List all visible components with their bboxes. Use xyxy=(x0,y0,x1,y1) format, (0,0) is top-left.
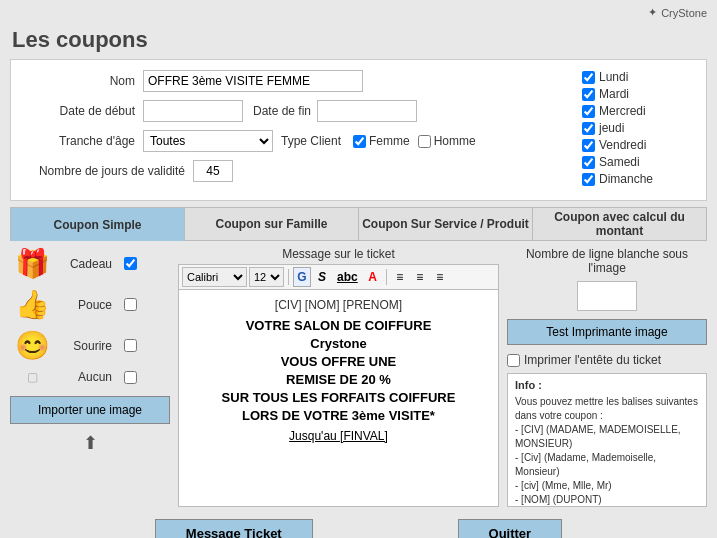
jeudi-label: jeudi xyxy=(599,121,624,135)
test-imprimante-btn[interactable]: Test Imprimante image xyxy=(507,319,707,345)
cadeau-row: 🎁 Cadeau xyxy=(10,247,170,280)
lundi-label: Lundi xyxy=(599,70,628,84)
aucun-label: Aucun xyxy=(62,370,112,384)
font-family-select[interactable]: Calibri xyxy=(182,267,247,287)
vendredi-day[interactable]: Vendredi xyxy=(582,138,692,152)
type-client-label: Type Client xyxy=(281,134,341,148)
right-panel: Nombre de ligne blanche sous l'image Tes… xyxy=(507,247,707,507)
toolbar-sep-2 xyxy=(386,269,387,285)
left-panel: 🎁 Cadeau 👍 Pouce 😊 Sourire ▢ Aucun Impor… xyxy=(10,247,170,507)
nom-row: Nom xyxy=(25,70,572,92)
imprimer-row[interactable]: Imprimer l'entête du ticket xyxy=(507,353,707,367)
pouce-checkbox[interactable] xyxy=(124,298,137,311)
date-fin-input[interactable] xyxy=(317,100,417,122)
homme-label: Homme xyxy=(434,134,476,148)
brand-label: ✦ CryStone xyxy=(648,6,707,19)
toolbar-sep-1 xyxy=(288,269,289,285)
form-left: Nom Date de début Date de fin Tranche d'… xyxy=(25,70,572,190)
mercredi-day[interactable]: Mercredi xyxy=(582,104,692,118)
pouce-label: Pouce xyxy=(62,298,112,312)
bottom-bar: Message Ticket Quitter xyxy=(0,513,717,538)
align-right-btn[interactable]: ≡ xyxy=(431,267,449,287)
femme-checkbox-label[interactable]: Femme xyxy=(353,134,410,148)
form-right: Lundi Mardi Mercredi jeudi Vendredi Same… xyxy=(572,70,692,190)
nb-jours-label: Nombre de jours de validité xyxy=(25,164,185,178)
import-btn[interactable]: Importer une image xyxy=(10,396,170,424)
editor-line4: VOUS OFFRE UNE xyxy=(189,354,488,369)
editor-line7: LORS DE VOTRE 3ème VISITE* xyxy=(189,408,488,423)
info-text: Vous pouvez mettre les balises suivantes… xyxy=(515,395,699,507)
imprimer-label: Imprimer l'entête du ticket xyxy=(524,353,661,367)
homme-checkbox-label[interactable]: Homme xyxy=(418,134,476,148)
date-row: Date de début Date de fin xyxy=(25,100,572,122)
pouce-row: 👍 Pouce xyxy=(10,288,170,321)
form-box: Nom Date de début Date de fin Tranche d'… xyxy=(10,59,707,201)
cadeau-label: Cadeau xyxy=(62,257,112,271)
ligne-blanche-label: Nombre de ligne blanche sous l'image xyxy=(507,247,707,275)
jeudi-day[interactable]: jeudi xyxy=(582,121,692,135)
date-debut-input[interactable] xyxy=(143,100,243,122)
tabs-row: Coupon Simple Coupon sur Famille Coupon … xyxy=(10,207,707,241)
italic-btn[interactable]: S xyxy=(313,267,331,287)
tab-simple[interactable]: Coupon Simple xyxy=(10,207,185,241)
sourire-label: Sourire xyxy=(62,339,112,353)
type-client-section: Type Client Femme Homme xyxy=(281,134,476,148)
tab-service[interactable]: Coupon Sur Service / Produit xyxy=(359,207,533,241)
page-title: Les coupons xyxy=(0,23,717,59)
tab-famille[interactable]: Coupon sur Famille xyxy=(185,207,359,241)
cadeau-icon: 🎁 xyxy=(10,247,54,280)
nb-jours-input[interactable] xyxy=(193,160,233,182)
sourire-checkbox[interactable] xyxy=(124,339,137,352)
editor-content: [CIV] [NOM] [PRENOM] VOTRE SALON DE COIF… xyxy=(189,298,488,443)
tranche-age-row: Tranche d'âge Toutes Type Client Femme H… xyxy=(25,130,572,152)
aucun-checkbox[interactable] xyxy=(124,371,137,384)
nom-input[interactable] xyxy=(143,70,363,92)
tab-calcul[interactable]: Coupon avec calcul du montant xyxy=(533,207,707,241)
message-ticket-label: Message sur le ticket xyxy=(178,247,499,261)
align-center-btn[interactable]: ≡ xyxy=(411,267,429,287)
ligne-blanche-box xyxy=(577,281,637,311)
tranche-age-label: Tranche d'âge xyxy=(25,134,135,148)
editor-line2: VOTRE SALON DE COIFFURE xyxy=(189,318,488,333)
underline-btn[interactable]: abc xyxy=(333,267,362,287)
editor-line3: Crystone xyxy=(189,336,488,351)
content-area: 🎁 Cadeau 👍 Pouce 😊 Sourire ▢ Aucun Impor… xyxy=(10,247,707,507)
dimanche-day[interactable]: Dimanche xyxy=(582,172,692,186)
samedi-label: Samedi xyxy=(599,155,640,169)
quitter-btn[interactable]: Quitter xyxy=(458,519,563,538)
mardi-day[interactable]: Mardi xyxy=(582,87,692,101)
imprimer-checkbox[interactable] xyxy=(507,354,520,367)
font-color-btn[interactable]: A xyxy=(364,267,382,287)
font-size-select[interactable]: 12 xyxy=(249,267,284,287)
sourire-row: 😊 Sourire xyxy=(10,329,170,362)
cadeau-checkbox[interactable] xyxy=(124,257,137,270)
info-title: Info : xyxy=(515,379,699,391)
lundi-day[interactable]: Lundi xyxy=(582,70,692,84)
middle-panel: Message sur le ticket Calibri 12 G S abc… xyxy=(178,247,499,507)
nb-jours-row: Nombre de jours de validité xyxy=(25,160,572,182)
message-ticket-btn[interactable]: Message Ticket xyxy=(155,519,313,538)
date-debut-label: Date de début xyxy=(25,104,135,118)
editor-toolbar: Calibri 12 G S abc A ≡ ≡ ≡ xyxy=(178,264,499,289)
align-left-btn[interactable]: ≡ xyxy=(391,267,409,287)
homme-checkbox[interactable] xyxy=(418,135,431,148)
editor-line8: Jusqu'au [FINVAL] xyxy=(189,429,488,443)
dimanche-label: Dimanche xyxy=(599,172,653,186)
crystal-icon: ✦ xyxy=(648,6,657,19)
aucun-icon: ▢ xyxy=(10,370,54,384)
editor-area[interactable]: [CIV] [NOM] [PRENOM] VOTRE SALON DE COIF… xyxy=(178,289,499,507)
femme-label: Femme xyxy=(369,134,410,148)
vendredi-label: Vendredi xyxy=(599,138,646,152)
upload-arrow-icon: ⬆ xyxy=(10,432,170,454)
editor-line1: [CIV] [NOM] [PRENOM] xyxy=(189,298,488,312)
bold-btn[interactable]: G xyxy=(293,267,311,287)
femme-checkbox[interactable] xyxy=(353,135,366,148)
aucun-row: ▢ Aucun xyxy=(10,370,170,384)
title-bar: ✦ CryStone xyxy=(0,0,717,23)
nom-label: Nom xyxy=(25,74,135,88)
samedi-day[interactable]: Samedi xyxy=(582,155,692,169)
tranche-age-select[interactable]: Toutes xyxy=(143,130,273,152)
pouce-icon: 👍 xyxy=(10,288,54,321)
info-box: Info : Vous pouvez mettre les balises su… xyxy=(507,373,707,507)
date-fin-label: Date de fin xyxy=(253,104,311,118)
